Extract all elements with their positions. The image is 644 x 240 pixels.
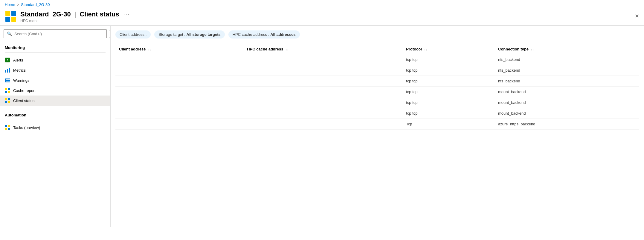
cell-client-address xyxy=(115,119,243,130)
svg-rect-24 xyxy=(8,128,10,130)
col-header-connection-type[interactable]: Connection type ↑↓ xyxy=(495,44,639,54)
cell-client-address xyxy=(115,76,243,87)
sidebar-item-warnings-label: Warnings xyxy=(13,78,29,83)
breadcrumb-current[interactable]: Standard_2G-30 xyxy=(21,2,50,7)
svg-rect-2 xyxy=(5,17,10,22)
sidebar-item-metrics[interactable]: Metrics xyxy=(0,65,110,75)
breadcrumb-separator: > xyxy=(17,2,19,7)
sidebar-item-alerts[interactable]: ! Alerts xyxy=(0,55,110,65)
sidebar-item-warnings[interactable]: Warnings xyxy=(0,75,110,85)
cell-protocol: tcp tcp xyxy=(402,97,495,108)
close-button[interactable]: ✕ xyxy=(635,13,639,19)
svg-rect-16 xyxy=(8,91,10,93)
filter-client-address-label: Client address : xyxy=(120,32,146,37)
filter-hpc-cache-address[interactable]: HPC cache address : All addresses xyxy=(228,30,300,39)
sidebar-item-tasks-label: Tasks (preview) xyxy=(13,125,40,130)
cell-connection-type: mount_backend xyxy=(495,87,639,97)
col-header-protocol[interactable]: Protocol ↑↓ xyxy=(402,44,495,54)
breadcrumb-home[interactable]: Home xyxy=(5,2,15,7)
svg-rect-23 xyxy=(5,128,7,130)
sort-icon-connection-type: ↑↓ xyxy=(531,48,534,51)
svg-rect-3 xyxy=(11,17,16,22)
sidebar-item-metrics-label: Metrics xyxy=(13,68,26,73)
sidebar-item-client-status[interactable]: Client status xyxy=(0,96,110,106)
cell-connection-type: mount_backend xyxy=(495,97,639,108)
cell-protocol: tcp tcp xyxy=(402,54,495,65)
sort-icon-protocol: ↑↓ xyxy=(424,48,427,51)
search-icon: 🔍 xyxy=(7,31,12,36)
warnings-icon xyxy=(5,78,10,83)
table-row: tcp tcpmount_backend xyxy=(115,97,639,108)
svg-rect-1 xyxy=(11,11,16,16)
cell-hpc-cache-address xyxy=(243,65,402,76)
cell-protocol: Tcp xyxy=(402,119,495,130)
cell-client-address xyxy=(115,65,243,76)
svg-rect-22 xyxy=(8,125,10,127)
sidebar-item-cache-report-label: Cache report xyxy=(13,88,36,93)
cell-hpc-cache-address xyxy=(243,76,402,87)
svg-rect-13 xyxy=(5,88,7,90)
table-row: tcp tcpnfs_backend xyxy=(115,76,639,87)
client-status-table: Client address ↑↓ HPC cache address ↑↓ P… xyxy=(115,44,639,130)
data-table-container: Client address ↑↓ HPC cache address ↑↓ P… xyxy=(115,44,639,130)
filter-hpc-cache-address-label: HPC cache address : All addresses xyxy=(233,32,296,37)
sidebar-collapse-button[interactable]: « xyxy=(109,30,111,38)
metrics-icon xyxy=(5,67,10,73)
svg-rect-7 xyxy=(7,69,8,73)
page-title: Standard_2G-30 | Client status ··· xyxy=(20,10,132,18)
sidebar-item-tasks[interactable]: Tasks (preview) xyxy=(0,122,110,133)
col-header-hpc-cache-address[interactable]: HPC cache address ↑↓ xyxy=(243,44,402,54)
automation-divider xyxy=(5,120,106,120)
sidebar-item-client-status-label: Client status xyxy=(13,99,35,103)
cell-connection-type: nfs_backend xyxy=(495,54,639,65)
tasks-icon xyxy=(5,125,10,130)
cell-hpc-cache-address xyxy=(243,97,402,108)
client-status-icon xyxy=(5,98,10,103)
svg-rect-18 xyxy=(8,98,10,100)
cell-protocol: tcp tcp xyxy=(402,76,495,87)
cell-connection-type: nfs_backend xyxy=(495,65,639,76)
cell-connection-type: azure_https_backend xyxy=(495,119,639,130)
cell-protocol: tcp tcp xyxy=(402,87,495,97)
cell-hpc-cache-address xyxy=(243,119,402,130)
svg-rect-21 xyxy=(5,125,7,127)
cell-client-address xyxy=(115,87,243,97)
filter-bar: Client address : Storage target : All st… xyxy=(115,30,639,39)
cache-report-icon xyxy=(5,88,10,93)
monitoring-divider xyxy=(5,52,106,53)
svg-rect-12 xyxy=(5,79,6,82)
filter-client-address[interactable]: Client address : xyxy=(115,30,151,39)
table-row: tcp tcpnfs_backend xyxy=(115,54,639,65)
svg-rect-14 xyxy=(8,88,10,90)
cell-connection-type: mount_backend xyxy=(495,108,639,119)
cell-hpc-cache-address xyxy=(243,54,402,65)
svg-rect-6 xyxy=(5,70,6,73)
sidebar-item-cache-report[interactable]: Cache report xyxy=(0,85,110,96)
monitoring-section-label: Monitoring xyxy=(0,43,110,51)
svg-rect-8 xyxy=(9,68,10,73)
table-row: tcp tcpmount_backend xyxy=(115,108,639,119)
search-container: 🔍 xyxy=(4,29,107,38)
svg-rect-0 xyxy=(5,11,10,16)
cell-client-address xyxy=(115,54,243,65)
table-row: Tcpazure_https_backend xyxy=(115,119,639,130)
sort-icon-client-address: ↑↓ xyxy=(148,48,151,51)
automation-section-label: Automation xyxy=(0,110,110,119)
svg-rect-17 xyxy=(5,98,7,100)
svg-rect-20 xyxy=(8,101,10,103)
svg-rect-19 xyxy=(5,101,7,103)
alerts-icon: ! xyxy=(5,57,10,63)
search-input[interactable] xyxy=(14,32,103,36)
svg-text:!: ! xyxy=(7,58,8,62)
more-options-button[interactable]: ··· xyxy=(121,11,131,18)
hpc-cache-icon xyxy=(5,10,17,22)
col-header-client-address[interactable]: Client address ↑↓ xyxy=(115,44,243,54)
cell-client-address xyxy=(115,108,243,119)
sort-icon-hpc-cache-address: ↑↓ xyxy=(286,48,289,51)
resource-subtitle: HPC cache xyxy=(20,19,132,23)
filter-storage-target[interactable]: Storage target : All storage targets xyxy=(154,30,225,39)
cell-protocol: tcp tcp xyxy=(402,65,495,76)
svg-rect-15 xyxy=(5,91,7,93)
cell-protocol: tcp tcp xyxy=(402,108,495,119)
filter-storage-target-label: Storage target : All storage targets xyxy=(158,32,220,37)
